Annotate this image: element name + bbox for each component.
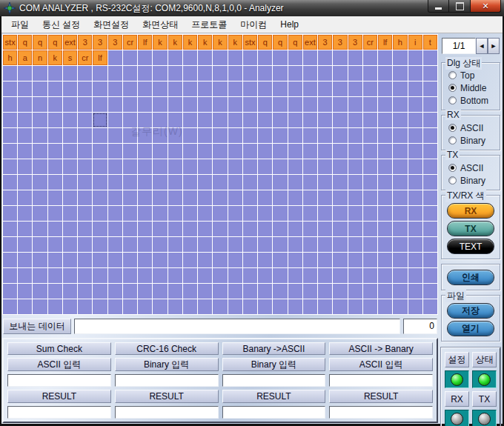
grid-cell[interactable] [243, 81, 257, 96]
grid-cell[interactable] [198, 113, 212, 127]
grid-cell[interactable] [423, 237, 437, 252]
grid-cell[interactable] [408, 113, 422, 127]
grid-cell[interactable] [243, 253, 257, 267]
grid-cell[interactable] [108, 268, 122, 283]
grid-cell[interactable]: k [183, 35, 197, 50]
menu-file[interactable]: 파일 [4, 16, 36, 33]
grid-cell[interactable] [18, 253, 32, 267]
grid-cell[interactable] [243, 222, 257, 236]
grid-cell[interactable] [318, 299, 332, 314]
grid-cell[interactable] [258, 175, 272, 190]
grid-cell[interactable] [183, 50, 197, 65]
grid-cell[interactable] [63, 66, 77, 81]
grid-cell[interactable] [378, 222, 392, 236]
grid-cell[interactable] [198, 222, 212, 236]
ascii-to-binary-input[interactable] [329, 374, 433, 387]
grid-cell[interactable] [3, 97, 17, 112]
grid-cell[interactable] [288, 190, 302, 205]
grid-cell[interactable] [48, 253, 62, 267]
grid-cell[interactable] [348, 50, 362, 65]
grid-cell[interactable] [303, 81, 317, 96]
grid-cell[interactable] [243, 284, 257, 299]
grid-cell[interactable] [33, 268, 47, 283]
grid-cell[interactable] [273, 206, 287, 221]
grid-cell[interactable] [33, 190, 47, 205]
grid-cell[interactable] [3, 81, 17, 96]
tx-color-button[interactable]: TX [447, 221, 494, 236]
grid-cell[interactable] [108, 97, 122, 112]
grid-cell[interactable] [153, 97, 167, 112]
grid-cell[interactable] [408, 128, 422, 143]
grid-cell[interactable] [273, 284, 287, 299]
grid-cell[interactable] [288, 113, 302, 127]
grid-cell[interactable] [48, 128, 62, 143]
grid-cell[interactable] [243, 206, 257, 221]
grid-cell[interactable]: cr [363, 35, 377, 50]
grid-cell[interactable] [168, 268, 182, 283]
grid-cell[interactable] [423, 128, 437, 143]
grid-cell[interactable] [3, 299, 17, 314]
grid-cell[interactable] [243, 268, 257, 283]
grid-cell[interactable] [93, 268, 107, 283]
grid-cell[interactable] [33, 81, 47, 96]
grid-cell[interactable] [363, 113, 377, 127]
grid-cell[interactable] [78, 206, 92, 221]
grid-cell[interactable] [108, 144, 122, 159]
grid-cell[interactable] [273, 253, 287, 267]
radio-tx-binary[interactable]: Binary [448, 175, 500, 186]
grid-cell[interactable]: 3 [348, 35, 362, 50]
grid-cell[interactable] [333, 237, 347, 252]
grid-cell[interactable] [213, 253, 227, 267]
grid-cell[interactable] [123, 253, 137, 267]
grid-cell[interactable] [153, 206, 167, 221]
grid-cell[interactable] [273, 144, 287, 159]
grid-cell[interactable] [123, 113, 137, 127]
grid-cell[interactable]: ext [303, 35, 317, 50]
grid-cell[interactable] [393, 97, 407, 112]
grid-cell[interactable]: q [48, 35, 62, 50]
grid-cell[interactable] [378, 128, 392, 143]
grid-cell[interactable]: k [153, 35, 167, 50]
grid-cell[interactable] [48, 206, 62, 221]
grid-cell[interactable] [423, 97, 437, 112]
grid-cell[interactable] [213, 190, 227, 205]
grid-cell[interactable] [258, 66, 272, 81]
grid-cell[interactable] [408, 284, 422, 299]
grid-cell[interactable] [258, 222, 272, 236]
grid-cell[interactable] [273, 159, 287, 174]
grid-cell[interactable] [48, 237, 62, 252]
grid-cell[interactable] [393, 190, 407, 205]
grid-cell[interactable] [63, 81, 77, 96]
grid-cell[interactable] [378, 253, 392, 267]
grid-cell[interactable] [153, 144, 167, 159]
grid-cell[interactable]: 3 [333, 35, 347, 50]
grid-cell[interactable] [78, 253, 92, 267]
grid-cell[interactable] [138, 299, 152, 314]
grid-cell[interactable] [423, 175, 437, 190]
grid-cell[interactable] [78, 97, 92, 112]
grid-cell[interactable] [228, 113, 242, 127]
grid-cell[interactable] [18, 113, 32, 127]
grid-cell[interactable] [363, 190, 377, 205]
grid-cell[interactable] [93, 113, 107, 127]
grid-cell[interactable] [363, 237, 377, 252]
grid-cell[interactable] [243, 299, 257, 314]
grid-cell[interactable] [258, 81, 272, 96]
grid-cell[interactable] [48, 190, 62, 205]
grid-cell[interactable] [228, 190, 242, 205]
grid-cell[interactable] [93, 97, 107, 112]
grid-cell[interactable]: 3 [108, 35, 122, 50]
grid-cell[interactable] [378, 81, 392, 96]
grid-cell[interactable]: k [228, 35, 242, 50]
grid-cell[interactable] [138, 268, 152, 283]
grid-cell[interactable] [273, 50, 287, 65]
grid-cell[interactable] [48, 144, 62, 159]
grid-cell[interactable] [3, 159, 17, 174]
grid-cell[interactable] [123, 237, 137, 252]
grid-cell[interactable] [3, 284, 17, 299]
grid-cell[interactable] [243, 190, 257, 205]
crc16-input[interactable] [115, 374, 219, 387]
rx-color-button[interactable]: RX [447, 203, 494, 219]
maximize-button[interactable] [449, 0, 470, 13]
grid-cell[interactable] [138, 237, 152, 252]
